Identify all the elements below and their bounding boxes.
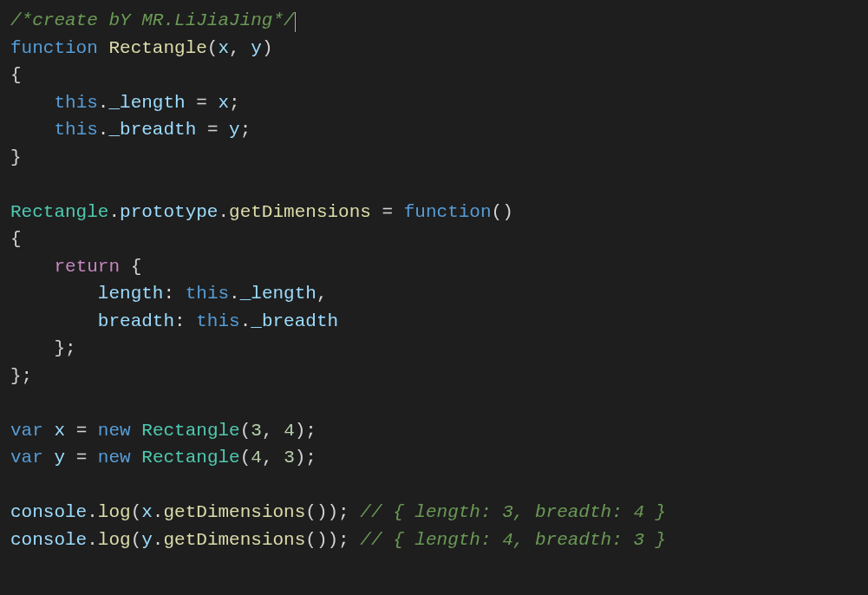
paren-close: ); [295, 448, 317, 468]
this-keyword: this [196, 311, 239, 331]
paren-close: ); [295, 421, 317, 441]
brace-close: }; [54, 338, 75, 358]
variable: y [141, 530, 153, 550]
dot: . [229, 284, 240, 304]
keyword-var: var [10, 448, 43, 468]
dot: . [153, 530, 164, 550]
keyword-new: new [98, 421, 131, 441]
property: _breadth [251, 311, 338, 331]
number-literal: 3 [284, 448, 295, 468]
dot: . [153, 502, 164, 522]
method-name: log [98, 530, 131, 550]
keyword-function: function [10, 38, 98, 58]
param: x [218, 38, 229, 58]
object-key: breadth [98, 311, 174, 331]
dot: . [87, 530, 98, 550]
console-object: console [10, 530, 87, 550]
colon: : [174, 311, 186, 331]
parens: ()); [305, 502, 349, 522]
method-name: getDimensions [163, 502, 305, 522]
prototype: prototype [120, 202, 218, 222]
comma: , [262, 421, 284, 441]
parens: () [492, 202, 513, 222]
this-keyword: this [54, 120, 97, 140]
keyword-return: return [54, 257, 120, 277]
keyword-var: var [10, 421, 43, 441]
variable: x [141, 502, 153, 522]
comma: , [317, 284, 328, 304]
class-name: Rectangle [141, 421, 239, 441]
variable: y [54, 448, 65, 468]
text-cursor [295, 12, 296, 32]
code-editor[interactable]: /*create bY MR.LiJiaJing*/ function Rect… [10, 7, 858, 553]
number-literal: 4 [251, 448, 262, 468]
keyword-new: new [98, 448, 131, 468]
brace-close: } [10, 147, 22, 167]
brace-close: }; [10, 366, 32, 386]
property: _breadth [108, 120, 196, 140]
brace-open: { [131, 257, 142, 277]
variable: x [219, 93, 230, 113]
method-name: log [98, 502, 131, 522]
keyword-function: function [404, 202, 492, 222]
object-key: length [98, 284, 164, 304]
number-literal: 3 [251, 421, 262, 441]
comment: // { length: 4, breadth: 3 } [360, 530, 666, 550]
dot: . [87, 502, 98, 522]
parens: ()); [305, 530, 349, 550]
equals: = [76, 421, 88, 441]
class-name: Rectangle [141, 448, 239, 468]
dot: . [218, 202, 229, 222]
paren-open: ( [207, 38, 219, 58]
dot: . [240, 311, 251, 331]
dot: . [98, 120, 109, 140]
paren-open: ( [240, 421, 251, 441]
param: y [251, 38, 262, 58]
function-name: Rectangle [108, 38, 206, 58]
method-name: getDimensions [163, 530, 305, 550]
paren-open: ( [240, 448, 251, 468]
this-keyword: this [54, 93, 97, 113]
paren-open: ( [131, 502, 142, 522]
class-name: Rectangle [10, 202, 108, 222]
paren-open: ( [131, 530, 142, 550]
equals: = [207, 120, 219, 140]
comment: /*create bY MR.LiJiaJing*/ [10, 10, 295, 30]
equals: = [76, 448, 88, 468]
semicolon: ; [229, 93, 240, 113]
colon: : [163, 284, 174, 304]
property: _length [240, 284, 317, 304]
brace-open: { [10, 229, 22, 249]
variable: x [54, 421, 65, 441]
dot: . [98, 93, 109, 113]
comma: , [262, 448, 284, 468]
number-literal: 4 [284, 421, 295, 441]
this-keyword: this [186, 284, 229, 304]
equals: = [382, 202, 394, 222]
variable: y [229, 120, 240, 140]
comment: // { length: 3, breadth: 4 } [360, 502, 666, 522]
equals: = [196, 93, 207, 113]
semicolon: ; [240, 120, 251, 140]
comma: , [229, 38, 251, 58]
console-object: console [10, 502, 87, 522]
property: _length [108, 93, 185, 113]
method-name: getDimensions [229, 202, 371, 222]
paren-close: ) [262, 38, 273, 58]
brace-open: { [10, 65, 22, 85]
dot: . [108, 202, 120, 222]
